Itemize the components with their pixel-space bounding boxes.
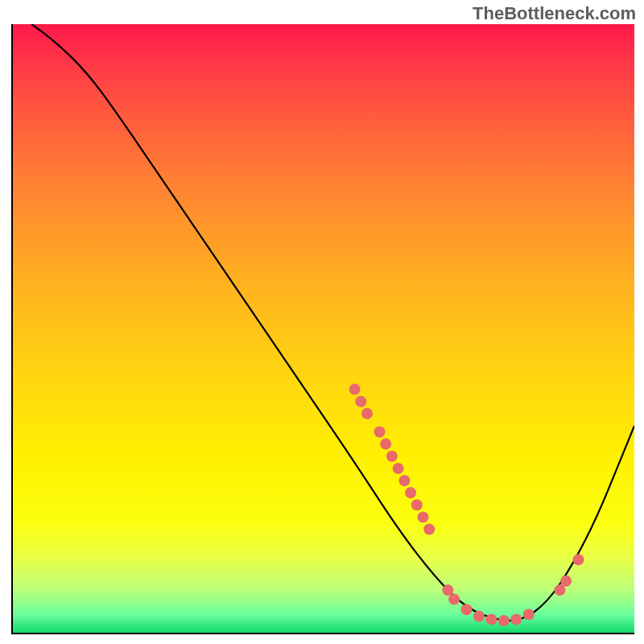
watermark-text: TheBottleneck.com [473,3,636,24]
plot-area [11,24,634,634]
heat-gradient-background [13,24,634,633]
chart-container: TheBottleneck.com [0,0,644,644]
